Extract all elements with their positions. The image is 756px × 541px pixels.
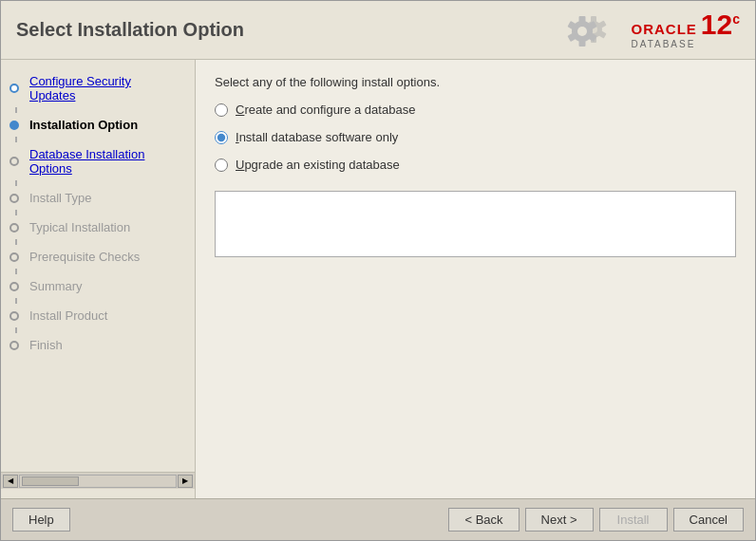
svg-rect-10 [579,38,586,47]
svg-rect-9 [579,16,586,25]
header: Select Installation Option [1,1,755,60]
radio-install-software[interactable] [215,131,228,144]
scroll-track[interactable] [19,475,177,488]
sidebar-items-container: Configure Security Updates Installation … [1,69,195,472]
oracle-logo: ORACLE 12c DATABASE [565,9,740,51]
sidebar-item-configure-security[interactable]: Configure Security Updates [1,69,195,107]
step-icon-9 [7,338,22,353]
sidebar-item-label-8: Install Product [26,306,115,326]
option-upgrade-db[interactable]: Upgrade an existing database [215,158,736,172]
oracle-version-text: 12c [701,10,740,39]
step-dot-2 [9,121,19,130]
content-area: Select any of the following install opti… [196,60,755,498]
sidebar-item-label-4: Install Type [26,188,100,208]
svg-point-15 [577,27,587,36]
footer: Help < Back Next > Install Cancel [1,498,755,540]
step-icon-1 [7,81,22,96]
sidebar-item-label-6: Prerequisite Checks [26,247,147,267]
step-icon-5 [7,220,22,235]
install-button: Install [599,508,668,532]
info-box [215,191,736,257]
main-body: Configure Security Updates Installation … [1,60,755,498]
radio-upgrade-db[interactable] [215,159,228,172]
oracle-brand-text: ORACLE [631,21,696,37]
step-icon-3 [7,154,22,169]
step-dot-3 [9,157,19,166]
footer-left: Help [12,508,70,532]
sidebar-item-database-installation[interactable]: Database Installation Options [1,142,195,180]
sidebar-item-label-9: Finish [26,335,70,355]
sidebar-item-finish: Finish [1,333,195,357]
step-dot-1 [9,84,19,93]
back-button[interactable]: < Back [448,508,519,532]
cancel-button[interactable]: Cancel [673,508,744,532]
instruction-text: Select any of the following install opti… [215,75,736,89]
help-button[interactable]: Help [12,508,70,532]
next-button[interactable]: Next > [525,508,594,532]
step-icon-7 [7,279,22,294]
oracle-gear-icon [565,9,627,51]
step-dot-9 [9,341,19,350]
sidebar-item-installation-option: Installation Option [1,113,195,137]
sidebar-item-prerequisite-checks: Prerequisite Checks [1,245,195,269]
oracle-product-text: DATABASE [631,39,695,49]
sidebar-item-label-3[interactable]: Database Installation Options [26,144,187,178]
sidebar-item-label-5: Typical Installation [26,217,138,237]
sidebar-item-label-7: Summary [26,276,90,296]
footer-right: < Back Next > Install Cancel [448,508,744,532]
scroll-thumb[interactable] [22,476,79,486]
step-dot-7 [9,282,19,291]
option-create-db[interactable]: Create and configure a database [215,103,736,117]
sidebar: Configure Security Updates Installation … [1,60,196,498]
sidebar-item-install-type: Install Type [1,186,195,210]
main-window: Select Installation Option [0,0,756,541]
sidebar-item-label-1[interactable]: Configure Security Updates [26,71,187,105]
step-icon-2 [7,118,22,133]
radio-create-db[interactable] [215,103,228,117]
sidebar-item-summary: Summary [1,274,195,298]
option-install-software[interactable]: Install database software only [215,130,736,144]
scroll-left-button[interactable]: ◀ [3,475,18,488]
step-icon-8 [7,308,22,324]
step-dot-8 [9,311,19,321]
step-icon-4 [7,191,22,206]
sidebar-item-install-product: Install Product [1,304,195,327]
option-group: Create and configure a database Install … [215,103,736,172]
sidebar-scrollbar[interactable]: ◀ ▶ [1,472,195,489]
oracle-text: ORACLE 12c DATABASE [631,10,740,49]
step-dot-4 [9,194,19,203]
step-dot-5 [9,223,19,233]
page-title: Select Installation Option [16,19,244,41]
option-label-install-software: Install database software only [236,130,398,144]
scroll-right-button[interactable]: ▶ [178,475,193,488]
step-icon-6 [7,250,22,265]
option-label-create-db: Create and configure a database [236,103,415,117]
sidebar-item-label-2: Installation Option [26,115,145,135]
sidebar-item-typical-installation: Typical Installation [1,215,195,239]
step-dot-6 [9,252,19,262]
option-label-upgrade-db: Upgrade an existing database [236,158,400,172]
